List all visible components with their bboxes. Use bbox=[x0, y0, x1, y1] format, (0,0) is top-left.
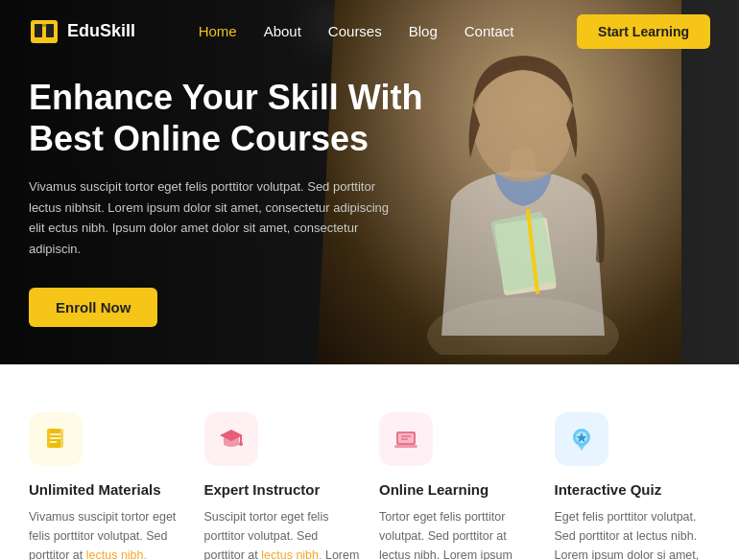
feature-title-unlimited: Unlimited Materials bbox=[29, 481, 185, 498]
graduation-icon bbox=[218, 426, 245, 453]
feature-desc-quiz: Eget felis porttitor volutpat. Sed portt… bbox=[555, 507, 711, 560]
start-learning-button[interactable]: Start Learning bbox=[577, 14, 710, 49]
feature-icon-quiz bbox=[555, 412, 608, 466]
nav-contact-link[interactable]: Contact bbox=[465, 23, 514, 39]
svg-point-17 bbox=[239, 442, 243, 446]
nav-home[interactable]: Home bbox=[199, 23, 237, 40]
logo: EduSkill bbox=[29, 16, 135, 47]
brand-name: EduSkill bbox=[67, 21, 135, 41]
feature-online-learning: Online Learning Tortor eget felis portti… bbox=[379, 412, 536, 560]
feature-interactive-quiz: Interactive Quiz Eget felis porttitor vo… bbox=[555, 412, 711, 560]
nav-courses-link[interactable]: Courses bbox=[328, 23, 382, 39]
feature-expert-instructor: Expert Instructor Suscipit tortor eget f… bbox=[204, 412, 361, 560]
hero-description: Vivamus suscipit tortor eget felis portt… bbox=[29, 176, 403, 259]
feature-unlimited-materials: Unlimited Materials Vivamus suscipit tor… bbox=[29, 412, 185, 560]
svg-rect-20 bbox=[394, 445, 417, 448]
feature-title-online: Online Learning bbox=[379, 481, 536, 498]
feature-title-expert: Expert Instructor bbox=[204, 481, 361, 498]
enroll-now-button[interactable]: Enroll Now bbox=[29, 288, 157, 327]
feature-icon-unlimited bbox=[29, 412, 83, 466]
book-icon bbox=[42, 426, 69, 453]
feature-title-quiz: Interactive Quiz bbox=[555, 481, 711, 498]
nav-about[interactable]: About bbox=[264, 23, 301, 40]
hero-section: EduSkill Home About Courses Blog Contact… bbox=[0, 0, 739, 364]
feature-icon-expert bbox=[204, 412, 258, 466]
badge-icon bbox=[568, 426, 595, 453]
nav-blog[interactable]: Blog bbox=[409, 23, 438, 40]
feature-desc-online: Tortor eget felis porttitor volutpat. Se… bbox=[379, 507, 536, 560]
svg-rect-9 bbox=[35, 24, 54, 27]
nav-courses[interactable]: Courses bbox=[328, 23, 382, 40]
features-section: Unlimited Materials Vivamus suscipit tor… bbox=[0, 364, 739, 560]
hero-title: Enhance Your Skill With Best Online Cour… bbox=[29, 77, 441, 159]
svg-rect-19 bbox=[398, 433, 414, 443]
feature-desc-unlimited: Vivamus suscipit tortor eget felis portt… bbox=[29, 507, 185, 560]
nav-contact[interactable]: Contact bbox=[465, 23, 514, 40]
feature-icon-online bbox=[379, 412, 433, 466]
nav-home-link[interactable]: Home bbox=[199, 23, 237, 39]
nav-about-link[interactable]: About bbox=[264, 23, 301, 39]
nav-blog-link[interactable]: Blog bbox=[409, 23, 438, 39]
hero-content: Enhance Your Skill With Best Online Cour… bbox=[29, 77, 441, 327]
feature-desc-expert: Suscipit tortor eget felis porttitor vol… bbox=[204, 507, 361, 560]
logo-icon bbox=[29, 16, 60, 47]
laptop-icon bbox=[393, 426, 419, 453]
nav-links: Home About Courses Blog Contact bbox=[199, 23, 514, 40]
navbar: EduSkill Home About Courses Blog Contact… bbox=[0, 0, 739, 62]
